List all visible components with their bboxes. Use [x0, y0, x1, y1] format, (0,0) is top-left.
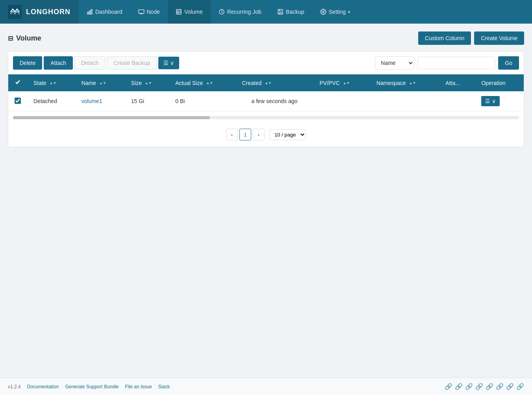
actual-size-sort-icon[interactable]: ▲▼: [206, 81, 213, 85]
header-namespace: Namespace ▲▼: [370, 74, 439, 91]
header-attached: Atta...: [439, 74, 475, 91]
row-size: 15 Gi: [125, 91, 169, 111]
svg-rect-3: [91, 9, 92, 14]
table-container: Delete Attach Detach Create Backup ☰ ∨ N…: [8, 51, 524, 147]
state-sort-icon[interactable]: ▲▼: [50, 81, 57, 85]
generate-support-link[interactable]: Generate Support Bundle: [65, 384, 119, 389]
create-backup-button[interactable]: Create Backup: [107, 56, 157, 70]
search-field-select[interactable]: Name State Size: [375, 56, 414, 70]
go-button[interactable]: Go: [498, 56, 519, 70]
header-buttons: Custom Column Create Volume: [418, 31, 524, 45]
version-label: v1.2.4: [8, 384, 21, 389]
nav-item-dashboard[interactable]: Dashboard: [79, 0, 130, 24]
nav-items: Dashboard Node Volume Recurring Job Back…: [79, 0, 358, 24]
row-checkbox-cell: [8, 91, 27, 111]
nav-item-volume[interactable]: Volume: [168, 0, 211, 24]
nav-item-node[interactable]: Node: [130, 0, 168, 24]
row-namespace: [370, 91, 439, 111]
header-size: Size ▲▼: [125, 74, 169, 91]
setting-dropdown-icon: ▾: [348, 10, 350, 14]
navbar: LONGHORN Dashboard Node Volume Recurring…: [0, 0, 532, 24]
row-operation: ☰ ∨: [475, 91, 524, 111]
documentation-link[interactable]: Documentation: [27, 384, 59, 389]
toolbar-wrapper: Delete Attach Detach Create Backup ☰ ∨ N…: [8, 52, 524, 74]
footer-link-icon-2[interactable]: 🔗: [455, 383, 463, 390]
save-icon: [277, 9, 284, 15]
row-attached: [439, 91, 475, 111]
footer-left: v1.2.4 Documentation Generate Support Bu…: [8, 384, 170, 389]
toolbar: Delete Attach Detach Create Backup ☰ ∨ N…: [8, 52, 524, 74]
footer-icons: 🔗 🔗 🔗 🔗 🔗 🔗 🔗 🔗: [445, 383, 524, 390]
volume-table: State ▲▼ Name ▲▼ Size ▲▼ Actual Size ▲▼: [8, 74, 524, 111]
row-state: Detached: [27, 91, 75, 111]
clock-icon: [219, 9, 225, 15]
file-issue-link[interactable]: File an Issue: [125, 384, 152, 389]
chart-icon: [87, 9, 93, 15]
table-row: Detached volume1 15 Gi 0 Bi a few second…: [8, 91, 524, 111]
pagination-area: ‹ 1 › 10 / page 20 / page 50 / page: [8, 122, 524, 147]
footer-link-icon-6[interactable]: 🔗: [496, 383, 504, 390]
page-size-select[interactable]: 10 / page 20 / page 50 / page: [269, 129, 306, 140]
select-all-checkbox[interactable]: [15, 79, 21, 85]
svg-rect-1: [87, 12, 89, 14]
row-operation-button[interactable]: ☰ ∨: [481, 96, 500, 106]
current-page-button[interactable]: 1: [239, 129, 251, 140]
header-actual-size: Actual Size ▲▼: [169, 74, 235, 91]
row-pv-pvc: [313, 91, 370, 111]
horizontal-scrollbar[interactable]: [13, 116, 519, 119]
prev-page-button[interactable]: ‹: [226, 129, 238, 140]
table-icon: [176, 9, 182, 15]
footer-link-icon-5[interactable]: 🔗: [486, 383, 493, 390]
list-dropdown-button[interactable]: ☰ ∨: [158, 57, 179, 69]
toolbar-right: Name State Size Go: [375, 56, 519, 70]
attach-button[interactable]: Attach: [44, 56, 73, 70]
operation-list-icon: ☰: [485, 98, 490, 104]
row-checkbox[interactable]: [15, 98, 21, 104]
header-checkbox-cell: [8, 74, 27, 91]
header-pv-pvc: PV/PVC ▲▼: [313, 74, 370, 91]
name-sort-icon[interactable]: ▲▼: [99, 81, 106, 85]
row-created: a few seconds ago: [235, 91, 313, 111]
list-chevron-icon: ∨: [170, 60, 174, 66]
table-body: Detached volume1 15 Gi 0 Bi a few second…: [8, 91, 524, 111]
created-sort-icon[interactable]: ▲▼: [265, 81, 272, 85]
namespace-sort-icon[interactable]: ▲▼: [409, 81, 416, 85]
size-sort-icon[interactable]: ▲▼: [145, 81, 152, 85]
search-input[interactable]: [417, 57, 495, 69]
nav-item-recurring-job[interactable]: Recurring Job: [211, 0, 269, 24]
delete-button[interactable]: Delete: [13, 56, 42, 70]
footer-link-icon-8[interactable]: 🔗: [516, 383, 524, 390]
footer-link-icon-1[interactable]: 🔗: [445, 383, 452, 390]
header-created: Created ▲▼: [235, 74, 313, 91]
page-header: ⊟ Volume Custom Column Create Volume: [8, 31, 524, 45]
gear-icon: [320, 9, 326, 15]
footer-link-icon-3[interactable]: 🔗: [465, 383, 473, 390]
operation-chevron-icon: ∨: [492, 98, 496, 104]
nav-item-setting[interactable]: Setting ▾: [312, 0, 358, 24]
pv-pvc-sort-icon[interactable]: ▲▼: [343, 81, 350, 85]
nav-item-backup[interactable]: Backup: [269, 0, 312, 24]
svg-point-13: [323, 11, 324, 13]
custom-column-button[interactable]: Custom Column: [418, 31, 471, 45]
brand: LONGHORN: [0, 0, 79, 24]
row-actual-size: 0 Bi: [169, 91, 235, 111]
svg-rect-12: [278, 9, 283, 14]
create-volume-button[interactable]: Create Volume: [474, 31, 524, 45]
detach-button[interactable]: Detach: [74, 56, 105, 70]
footer: v1.2.4 Documentation Generate Support Bu…: [0, 378, 532, 395]
footer-link-icon-4[interactable]: 🔗: [475, 383, 483, 390]
slack-link[interactable]: Slack: [158, 384, 170, 389]
monitor-icon: [138, 9, 145, 15]
next-page-button[interactable]: ›: [253, 129, 265, 140]
row-name: volume1: [75, 91, 125, 111]
content-area: ⊟ Volume Custom Column Create Volume Del…: [0, 24, 532, 155]
scroll-track-area: [8, 111, 524, 122]
header-state: State ▲▼: [27, 74, 75, 91]
scroll-thumb[interactable]: [13, 116, 210, 119]
header-name: Name ▲▼: [75, 74, 125, 91]
brand-name: LONGHORN: [26, 8, 70, 16]
volume-link[interactable]: volume1: [82, 98, 102, 104]
footer-link-icon-7[interactable]: 🔗: [506, 383, 514, 390]
page-title: ⊟ Volume: [8, 34, 41, 42]
header-operation: Operation: [475, 74, 524, 91]
